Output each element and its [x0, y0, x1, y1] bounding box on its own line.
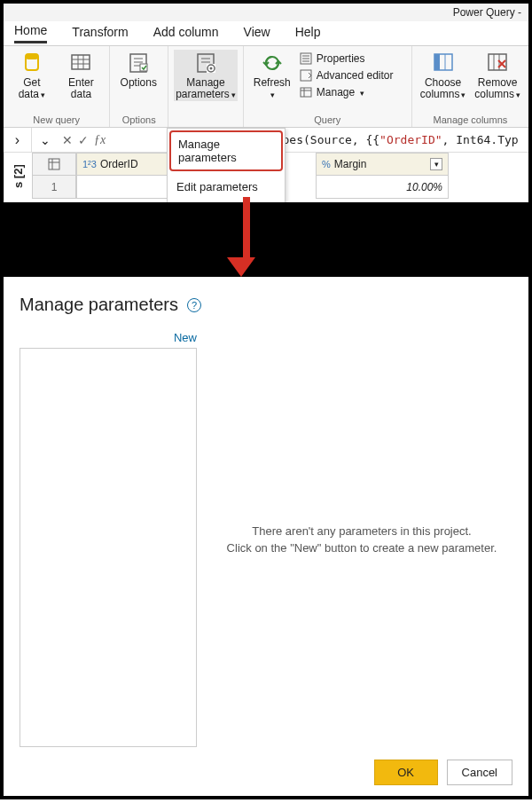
formula-accept-icon[interactable]: ✓ [78, 133, 89, 147]
ribbon-group-new-query: Get data▾ Enter data New query [4, 46, 110, 127]
row-number-1[interactable]: 1 [32, 176, 76, 199]
formula-collapse-icon[interactable]: ⌄ [32, 133, 59, 147]
svg-rect-2 [72, 55, 90, 69]
formula-string: "OrderID" [379, 133, 442, 146]
tab-add-column[interactable]: Add column [153, 25, 219, 43]
ribbon: Get data▾ Enter data New query Options [4, 46, 528, 128]
refresh-icon [261, 51, 284, 75]
tab-transform[interactable]: Transform [72, 25, 128, 43]
dropdown-item-manage-parameters[interactable]: Manage parameters [169, 130, 283, 171]
column-name-orderid: OrderID [100, 158, 138, 170]
remove-columns-button[interactable]: Remove columns▾ [472, 50, 523, 101]
window-title-text: Power Query - [453, 6, 521, 19]
tab-home[interactable]: Home [14, 23, 47, 43]
refresh-label: Refresh▾ [254, 77, 291, 101]
svg-rect-27 [434, 54, 440, 70]
svg-rect-23 [301, 88, 311, 97]
cancel-button[interactable]: Cancel [447, 760, 512, 785]
queries-pane-label[interactable]: s [2] [4, 153, 32, 201]
table-corner-cell[interactable] [32, 153, 76, 176]
svg-rect-34 [49, 159, 59, 169]
advanced-editor-icon [299, 68, 313, 83]
tab-help[interactable]: Help [295, 25, 321, 43]
parameters-list-column: New [20, 331, 197, 747]
enter-data-label: Enter data [59, 77, 105, 100]
ribbon-group-query: Refresh▾ Properties Advanced editor Mana… [244, 46, 412, 127]
dialog-button-row: OK Cancel [20, 747, 512, 785]
ribbon-group-options: Options Options [110, 46, 168, 127]
empty-state-message: There aren't any parameters in this proj… [211, 331, 512, 747]
dropdown-item-edit-parameters[interactable]: Edit parameters [168, 173, 285, 201]
advanced-editor-button[interactable]: Advanced editor [299, 68, 394, 83]
options-button[interactable]: Options [115, 50, 161, 89]
svg-rect-22 [301, 70, 311, 81]
properties-label: Properties [317, 52, 365, 65]
power-query-window: Power Query - Home Transform Add column … [0, 0, 532, 206]
percent-type-icon: % [322, 159, 331, 169]
remove-columns-label: Remove columns▾ [472, 77, 523, 101]
fx-icon[interactable]: ƒx [94, 133, 106, 147]
column-filter-margin[interactable]: ▾ [430, 158, 442, 170]
manage-button[interactable]: Manage ▾ [299, 85, 394, 99]
svg-point-17 [210, 67, 213, 70]
manage-parameters-icon [194, 51, 217, 75]
dialog-body: New There aren't any parameters in this … [20, 331, 512, 747]
formula-suffix: , Int64.Typ [442, 133, 519, 146]
properties-icon [299, 51, 313, 66]
manage-parameters-label: Manage parameters▾ [174, 77, 238, 101]
parameters-listbox[interactable] [20, 348, 197, 747]
enter-data-icon [69, 51, 92, 75]
int-type-icon: 1²3 [82, 159, 97, 169]
tab-view[interactable]: View [244, 25, 270, 43]
annotation-gap [0, 206, 532, 277]
remove-columns-icon [486, 51, 509, 75]
enter-data-button[interactable]: Enter data [59, 50, 105, 100]
formula-cancel-icon[interactable]: ✕ [62, 133, 73, 147]
ribbon-group-parameters: Manage parameters▾ [168, 46, 244, 127]
get-data-button[interactable]: Get data▾ [9, 50, 55, 101]
new-query-group-label: New query [4, 114, 109, 127]
options-icon [127, 51, 150, 75]
manage-columns-group-label: Manage columns [412, 114, 528, 127]
refresh-button[interactable]: Refresh▾ [249, 50, 295, 101]
get-data-icon [20, 51, 43, 75]
formula-controls: ✕ ✓ ƒx [59, 133, 106, 147]
query-group-label: Query [244, 114, 411, 127]
advanced-editor-label: Advanced editor [317, 69, 394, 82]
choose-columns-icon [432, 51, 455, 75]
choose-columns-label: Choose columns▾ [418, 77, 469, 101]
parameters-group-label [168, 114, 243, 127]
choose-columns-button[interactable]: Choose columns▾ [418, 50, 469, 101]
red-arrow-annotation [238, 197, 255, 277]
manage-parameters-button[interactable]: Manage parameters▾ [174, 50, 238, 101]
empty-line-2: Click on the "New" button to create a ne… [227, 541, 497, 555]
manage-parameters-dropdown: Manage parameters Edit parameters New pa… [167, 128, 286, 206]
ribbon-group-manage-columns: Choose columns▾ Remove columns▾ Manage c… [412, 46, 528, 127]
new-parameter-link[interactable]: New [174, 331, 197, 344]
cell-r1-margin[interactable]: 10.00% [316, 176, 449, 199]
get-data-label: Get data▾ [9, 77, 55, 101]
column-name-margin: Margin [334, 158, 367, 170]
formula-text[interactable]: mnTypes(Source, {{"OrderID", Int64.Typ [247, 133, 518, 146]
properties-button[interactable]: Properties [299, 51, 394, 66]
manage-label: Manage ▾ [317, 86, 364, 98]
dialog-title-row: Manage parameters ? [20, 295, 512, 315]
options-group-label: Options [110, 114, 168, 127]
manage-icon [299, 85, 313, 99]
svg-rect-1 [26, 54, 38, 59]
table-icon [48, 158, 60, 170]
empty-line-1: There aren't any parameters in this proj… [252, 524, 471, 538]
column-header-margin[interactable]: % Margin ▾ [316, 153, 449, 176]
manage-parameters-dialog: Manage parameters ? New There aren't any… [0, 277, 532, 799]
window-titlebar: Power Query - [4, 4, 528, 21]
ok-button[interactable]: OK [374, 760, 438, 785]
dialog-title: Manage parameters [20, 295, 178, 315]
options-label: Options [121, 77, 157, 89]
ribbon-tab-row: Home Transform Add column View Help [4, 21, 528, 46]
queries-pane-expand[interactable]: › [4, 128, 32, 153]
help-icon[interactable]: ? [187, 298, 201, 312]
